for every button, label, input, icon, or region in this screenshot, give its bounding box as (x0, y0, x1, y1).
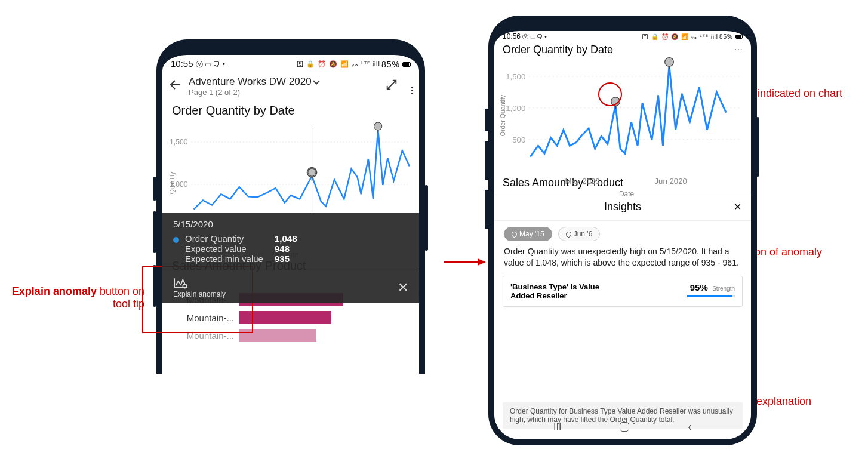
arrow-head-icon (478, 258, 486, 266)
svg-text:1,500: 1,500 (170, 138, 188, 146)
anomaly-marker-icon (307, 168, 316, 181)
back-icon[interactable] (168, 78, 183, 96)
svg-text:May 2020: May 2020 (565, 177, 600, 186)
explanation-card[interactable]: 'Business Type' is Value Added Reseller … (503, 276, 743, 307)
svg-point-17 (665, 58, 674, 67)
speaker-icon (264, 44, 318, 48)
strength-label: Strength (712, 285, 735, 292)
chip-jun6[interactable]: Jun '6 (558, 227, 601, 241)
app-header: Adventure Works DW 2020 Page 1 (2 of 2) (162, 70, 419, 100)
annotation-explain-btn: Explain anomaly button on tool tip (8, 285, 144, 310)
insights-description: Order Quantity was unexpectedly high on … (494, 241, 751, 276)
status-bar-b: 10:56 ⓥ ▭ 🗨 • ⚿ 🔒 ⏰ 🔕 📶 ᵥₒ ᴸᵀᴱ ᎥᎥll 85% (494, 31, 751, 41)
svg-text:1,500: 1,500 (506, 72, 525, 81)
svg-text:Jun 2020: Jun 2020 (654, 177, 687, 186)
chevron-down-icon[interactable] (313, 78, 319, 84)
svg-point-7 (374, 122, 382, 130)
android-nav: III ‹ (494, 415, 751, 438)
explanation-pct: 95% (690, 282, 708, 292)
tooltip-row-label: Order Quantity (185, 233, 275, 244)
phone-b-frame: 10:56 ⓥ ▭ 🗨 • ⚿ 🔒 ⏰ 🔕 📶 ᵥₒ ᴸᵀᴱ ᎥᎥll 85% … (488, 16, 757, 445)
pin-icon (565, 230, 572, 238)
insights-panel: Insights ✕ May '15 Jun '6 Order Quantity… (494, 193, 751, 429)
tooltip-panel: 5/15/2020 Order Quantity1,048 Expected v… (162, 213, 419, 303)
svg-text:500: 500 (512, 135, 525, 144)
speaker-icon (596, 20, 650, 24)
tooltip-row-value: 948 (275, 244, 290, 254)
explain-anomaly-button[interactable]: Explain anomaly (173, 277, 226, 298)
chart-more-icon[interactable]: ⋯ (734, 41, 744, 54)
status-time-a: 10:55 (171, 58, 193, 69)
annotation-text-bold: Explain anomaly (12, 285, 97, 297)
tooltip-row-value: 935 (275, 254, 290, 264)
strength-bar (687, 295, 735, 297)
close-icon[interactable]: ✕ (398, 280, 408, 295)
bar-row: Mountain-... (174, 329, 407, 342)
app-title[interactable]: Adventure Works DW 2020 (189, 76, 312, 87)
status-bar-a: 10:55 ⓥ ▭ 🗨 • ⚿ 🔒 ⏰ 🔕 📶 ᵥₒ ᴸᵀᴱ ᎥᎥll 85% (162, 55, 419, 70)
explain-anomaly-label: Explain anomaly (173, 290, 226, 298)
nav-home-icon[interactable] (620, 422, 629, 432)
tooltip-row-value: 1,048 (275, 233, 297, 244)
line-chart-b[interactable]: 1,500 1,000 500 Order Quantity May 2020 … (494, 56, 751, 175)
tooltip-row-label: Expected min value (185, 254, 275, 264)
nav-back-icon[interactable]: ‹ (688, 420, 692, 433)
tooltip-row-label: Expected value (185, 244, 275, 254)
nav-recents-icon[interactable]: III (553, 421, 561, 432)
expand-icon[interactable] (385, 78, 398, 94)
tooltip-date: 5/15/2020 (173, 219, 408, 229)
svg-text:Quantity: Quantity (170, 171, 176, 195)
more-icon[interactable] (411, 79, 413, 94)
phone-a-frame: 10:55 ⓥ ▭ 🗨 • ⚿ 🔒 ⏰ 🔕 📶 ᵥₒ ᴸᵀᴱ ᎥᎥll 85% … (156, 39, 425, 374)
page-label: Page 1 (2 of 2) (189, 88, 379, 97)
series-marker-icon (173, 237, 179, 243)
explanation-title: 'Business Type' is Value Added Reseller (510, 282, 624, 300)
svg-text:1,000: 1,000 (506, 104, 525, 113)
svg-text:Order Quantity: Order Quantity (500, 94, 506, 136)
svg-point-16 (611, 97, 620, 106)
arrow-line (444, 261, 479, 263)
chart-title-b: Order Quantity by Date (494, 41, 621, 56)
annotation-text-rest: button on tool tip (97, 285, 144, 310)
insights-title: Insights (604, 201, 641, 213)
close-icon[interactable]: ✕ (734, 201, 741, 212)
chip-row: May '15 Jun '6 (494, 221, 751, 241)
chart-title-a: Order Quantity by Date (162, 100, 419, 119)
svg-point-6 (308, 168, 316, 176)
bar-row: Mountain-... (174, 311, 407, 324)
status-battery: 85% (381, 60, 400, 69)
pin-icon (510, 230, 518, 238)
chip-may15[interactable]: May '15 (504, 227, 552, 241)
